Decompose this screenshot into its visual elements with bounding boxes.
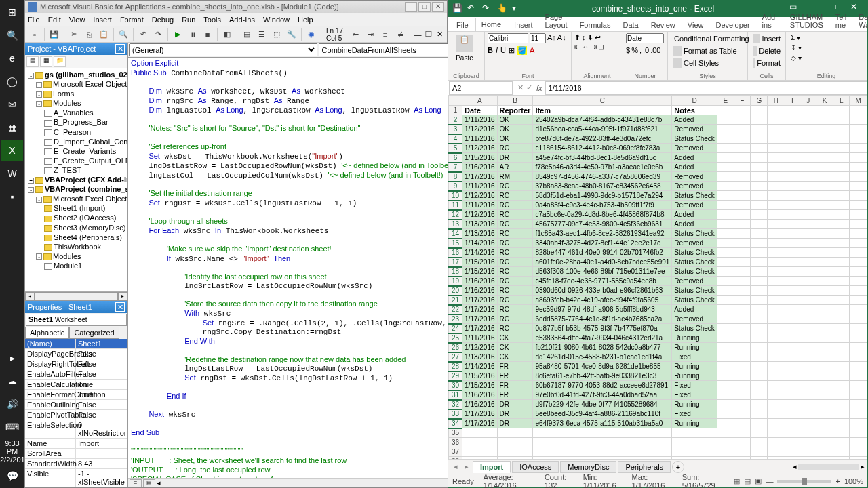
cell[interactable] [768, 286, 785, 296]
cell[interactable] [833, 314, 850, 324]
tree-node[interactable]: +VBAProject (CFX Add-In 510.xl [26, 175, 126, 184]
cell[interactable]: bfe87d6f-de7a-4922-83ff-4e3d0a72efc [533, 134, 672, 144]
sheet-tab-peripherals[interactable]: Peripherals [618, 461, 671, 473]
cell[interactable] [734, 305, 751, 314]
cell[interactable] [717, 220, 734, 229]
row-header[interactable]: 13 [449, 220, 462, 229]
cell[interactable]: Status Check [672, 267, 717, 277]
cell[interactable] [785, 220, 800, 229]
onedrive-icon[interactable]: ☁ [1, 370, 23, 392]
cell[interactable] [768, 153, 785, 163]
reset-icon[interactable]: ■ [201, 28, 214, 41]
cell[interactable]: 1/15/2016 [462, 258, 498, 267]
cell[interactable] [751, 352, 768, 362]
save-icon[interactable]: 💾 [47, 28, 61, 41]
cell[interactable] [850, 419, 867, 428]
cell[interactable] [734, 419, 751, 428]
cell[interactable] [768, 333, 785, 343]
cell[interactable]: OK [497, 125, 533, 134]
col-header[interactable]: H [768, 96, 785, 106]
tree-node[interactable]: E_Create_Variants [26, 146, 126, 156]
cell[interactable] [800, 324, 816, 333]
cell[interactable] [833, 144, 850, 153]
cell[interactable]: DR [497, 153, 533, 163]
cell[interactable]: Running [672, 419, 717, 428]
cell[interactable]: 1/11/2016 [462, 115, 498, 125]
cell[interactable] [751, 305, 768, 314]
cell[interactable]: Running [672, 371, 717, 381]
cell[interactable]: 828be447-461d-40e0-9914-02b701746fb2 [533, 248, 672, 258]
cell[interactable] [785, 239, 800, 248]
cell[interactable]: 45675777-09c7-4e53-9800-4e5f36eb9631 [533, 220, 672, 229]
cell[interactable]: OK [497, 134, 533, 144]
cell[interactable] [785, 258, 800, 267]
qat-undo-icon[interactable]: ↶ [467, 3, 478, 14]
cell[interactable] [816, 352, 833, 362]
cell[interactable] [833, 191, 850, 201]
cell[interactable] [785, 125, 800, 134]
cell[interactable] [734, 324, 751, 333]
cell[interactable]: RC [497, 210, 533, 220]
cell[interactable] [800, 352, 816, 362]
outdent-icon[interactable]: ⇤ [349, 28, 362, 41]
row-header[interactable]: 28 [449, 362, 462, 371]
border-icon[interactable]: ⊞ [509, 46, 515, 55]
cell[interactable] [816, 333, 833, 343]
property-row[interactable]: EnableSelection0 - xlNoRestrictions [25, 420, 127, 439]
cell[interactable]: Running [672, 333, 717, 343]
photos-icon[interactable]: ▦ [1, 117, 23, 138]
cell[interactable] [850, 153, 867, 163]
qat-touch-icon[interactable]: 👆 [497, 3, 508, 14]
menu-add-ins[interactable]: Add-Ins [229, 16, 255, 24]
cell[interactable] [785, 343, 800, 352]
dec-decimal-icon[interactable]: .00 [650, 46, 660, 54]
cut-icon[interactable]: ✂ [67, 28, 81, 41]
view-code-icon[interactable]: ▤ [26, 56, 39, 67]
cell[interactable] [751, 248, 768, 258]
cell[interactable] [717, 438, 734, 447]
cell[interactable] [751, 163, 768, 172]
cell[interactable] [734, 371, 751, 381]
cell-styles-button[interactable]: Cell Styles [671, 58, 745, 68]
cell[interactable] [800, 210, 816, 220]
cell[interactable] [800, 457, 816, 460]
cell[interactable] [768, 248, 785, 258]
cell[interactable]: e5383564-dffe-4fa7-9934-046c4312ed21a [533, 333, 672, 343]
cell[interactable] [816, 134, 833, 144]
number-format-dropdown[interactable] [626, 33, 664, 43]
ribbon-tab-gillham-studios[interactable]: GILLHAM STUDIOS [785, 11, 829, 31]
ribbon-tab-formulas[interactable]: Formulas [574, 19, 616, 31]
cell[interactable] [734, 362, 751, 371]
cell[interactable]: e64f9373-6eca-4575-a115-510ab31ba5a0 [533, 419, 672, 428]
cell[interactable] [785, 172, 800, 182]
cell[interactable] [717, 314, 734, 324]
tree-node[interactable]: Z_TEST [26, 165, 126, 175]
cell[interactable] [850, 457, 867, 460]
cell[interactable]: CK [497, 333, 533, 343]
cell[interactable]: 1/12/2016 [462, 125, 498, 134]
row-header[interactable]: 37 [449, 447, 462, 457]
italic-button[interactable]: I [496, 46, 498, 55]
cell[interactable] [751, 362, 768, 371]
cell[interactable]: RC [497, 277, 533, 286]
cell[interactable] [768, 419, 785, 428]
row-header[interactable]: 32 [449, 400, 462, 409]
row-header[interactable]: 1 [449, 106, 462, 115]
sheet-tab-import[interactable]: Import [473, 461, 511, 473]
qat-customize-icon[interactable]: ▾ [512, 3, 523, 14]
sheet-tab-ioaccess[interactable]: IOAccess [512, 461, 559, 473]
cell[interactable] [785, 191, 800, 201]
cell[interactable] [816, 267, 833, 277]
edge-icon[interactable]: e [1, 47, 23, 69]
view-layout-icon[interactable]: ▤ [744, 476, 751, 485]
cell[interactable]: Status Check [672, 191, 717, 201]
cell[interactable]: 1/17/2016 [462, 296, 498, 305]
qat-save-icon[interactable]: 💾 [452, 3, 463, 14]
cell[interactable]: Added [672, 305, 717, 314]
cell[interactable]: 1/12/2016 [462, 144, 498, 153]
cell[interactable] [785, 248, 800, 258]
cell[interactable] [785, 267, 800, 277]
cell[interactable] [850, 352, 867, 362]
ribbon-tab-insert[interactable]: Insert [509, 19, 538, 31]
cell[interactable]: Fixed [672, 390, 717, 400]
